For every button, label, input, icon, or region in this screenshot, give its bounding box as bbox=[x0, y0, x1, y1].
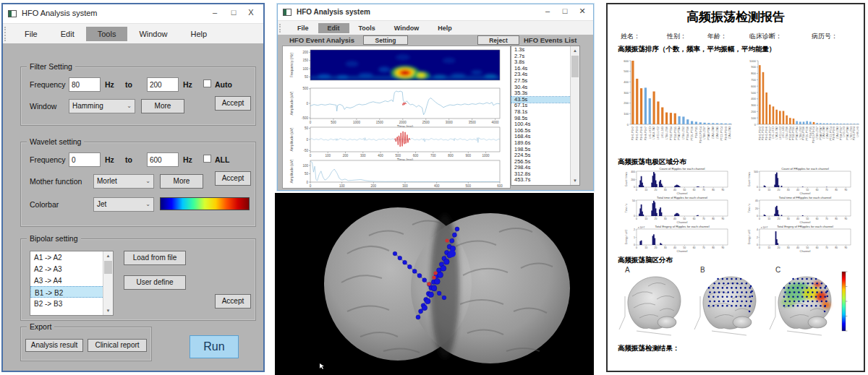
bipolar-setting-group: Bipolar setting A1 -> A2A2 -> A3A3 -> A4… bbox=[20, 238, 256, 321]
tick-label: Count of Ripples for each channel bbox=[659, 167, 705, 171]
tick-label: 70 bbox=[702, 246, 705, 249]
tick-label: 30 bbox=[664, 217, 667, 220]
bipolar-listbox[interactable]: A1 -> A2A2 -> A3A3 -> A4B1 -> B2B2 -> B3… bbox=[30, 251, 114, 316]
tick-label: PTC2-PTC4 bbox=[830, 126, 833, 141]
setting-button[interactable]: Setting bbox=[363, 35, 408, 45]
menu-item-tools[interactable]: Tools bbox=[349, 23, 385, 33]
bipolar-scrollbar[interactable]: ▲ ▼ bbox=[103, 251, 113, 315]
tick-label: PTB4-PTB6 bbox=[686, 126, 689, 140]
tick-label: P3I4-P3I5 bbox=[695, 126, 698, 138]
wavelet-accept-button[interactable]: Accept bbox=[215, 171, 251, 186]
menu-item-tools[interactable]: Tools bbox=[86, 27, 128, 41]
close-icon[interactable]: X bbox=[243, 8, 259, 17]
mother-function-select[interactable]: Morlet⌄ bbox=[93, 174, 154, 189]
menu-item-edit[interactable]: Edit bbox=[318, 23, 349, 33]
tick-label: PTB3-PTB5 bbox=[792, 126, 795, 140]
wavelet-all-checkbox[interactable] bbox=[203, 155, 211, 163]
event-analysis-label: HFO Event Analysis bbox=[289, 36, 354, 44]
tick-label: 20 bbox=[755, 207, 758, 210]
scroll-up-icon[interactable]: ▲ bbox=[571, 46, 579, 55]
maximize-icon[interactable]: □ bbox=[226, 8, 242, 17]
filter-window-select[interactable]: Hamming⌄ bbox=[69, 99, 135, 113]
analysis-result-button[interactable]: Analysis result bbox=[25, 339, 83, 352]
events-scrollbar[interactable]: ▲ ▼ bbox=[570, 46, 579, 185]
menu-item-help[interactable]: Help bbox=[428, 23, 461, 33]
tick-label: PTB3-PTB5 bbox=[674, 126, 677, 140]
filter-hz1-label: Hz bbox=[105, 80, 114, 89]
filter-freq-from-input[interactable]: 80 bbox=[69, 77, 101, 92]
filter-accept-button[interactable]: Accept bbox=[215, 96, 251, 111]
colorbar-select[interactable]: Jet⌄ bbox=[93, 197, 154, 212]
rank-bar bbox=[783, 111, 785, 124]
close-icon[interactable]: ✕ bbox=[574, 7, 590, 16]
tick-label: 1000 bbox=[482, 154, 490, 158]
chevron-down-icon: ⌄ bbox=[145, 175, 150, 188]
jet-colorbar-vertical bbox=[841, 270, 852, 337]
rank-bar bbox=[856, 124, 859, 124]
wavelet-more-button[interactable]: More bbox=[160, 174, 203, 189]
tick-label: 2 bbox=[634, 228, 635, 231]
filter-freq-to-input[interactable]: 200 bbox=[147, 77, 179, 92]
rank-bar bbox=[816, 123, 818, 124]
hist_fripple_count-svg: Count of FRipples for each channel050001… bbox=[742, 166, 859, 195]
bipolar-list-item[interactable]: B2 -> B3 bbox=[30, 298, 113, 309]
analysis-titlebar[interactable]: HFO Analysis system – □ ✕ bbox=[278, 4, 593, 21]
menu-item-window[interactable]: Window bbox=[127, 27, 179, 41]
scroll-up-icon[interactable]: ▲ bbox=[103, 251, 113, 260]
brain-3d-view[interactable] bbox=[275, 193, 594, 375]
colorbar-value: Jet bbox=[97, 200, 106, 208]
tick-label: Channel bbox=[800, 191, 811, 195]
wavelet-freq-to-input[interactable]: 600 bbox=[147, 152, 179, 167]
rank-bar bbox=[665, 113, 668, 124]
tick-label: LTA6-LTA5 bbox=[716, 126, 719, 139]
rank-bar bbox=[850, 124, 852, 124]
menu-item-file[interactable]: File bbox=[288, 23, 318, 33]
hist_fripple_energy-svg: Total Engery of FRipples for each channe… bbox=[742, 224, 859, 253]
load-from-file-button[interactable]: Load from file bbox=[124, 251, 186, 265]
rank-bar bbox=[678, 116, 680, 124]
menu-item-file[interactable]: File bbox=[13, 27, 49, 41]
tick-label: 100 bbox=[624, 112, 629, 116]
run-button[interactable]: Run bbox=[190, 335, 239, 358]
rank-bar bbox=[799, 121, 801, 124]
tick-label: 2500 bbox=[422, 121, 430, 124]
user-define-button[interactable]: User define bbox=[124, 275, 186, 290]
minimize-icon[interactable]: – bbox=[207, 8, 223, 17]
tick-label: 500 bbox=[466, 184, 472, 188]
tick-label: 40 bbox=[673, 189, 676, 191]
menu-item-help[interactable]: Help bbox=[179, 27, 219, 41]
scrollbar-thumb[interactable] bbox=[571, 56, 579, 77]
reject-button[interactable]: Reject bbox=[477, 35, 519, 45]
hfo-events-listbox[interactable]: 1.3s2.7s3.8s16.4s23.4s27.5s30.4s35.3s43.… bbox=[511, 46, 580, 186]
section-brainregion-heading: 高频振荡脑区分布 bbox=[618, 256, 673, 265]
tick-label: 20 bbox=[655, 189, 658, 191]
tick-label: 0 bbox=[759, 246, 760, 249]
rank-bar bbox=[809, 121, 812, 124]
filter-more-button[interactable]: More bbox=[141, 99, 184, 113]
scrollbar-thumb[interactable] bbox=[104, 261, 112, 274]
tick-label: Amplitude (uV) bbox=[289, 91, 294, 115]
bipolar-list-item[interactable]: B1 -> B2 bbox=[30, 286, 113, 298]
clinical-report-button[interactable]: Clinical report bbox=[88, 339, 147, 352]
bipolar-accept-button[interactable]: Accept bbox=[215, 294, 251, 309]
rank-bar bbox=[806, 121, 808, 124]
bipolar-list-item[interactable]: A2 -> A3 bbox=[30, 263, 113, 275]
tick-label: -500 bbox=[302, 116, 309, 120]
wavelet-freq-from-input[interactable]: 0 bbox=[69, 152, 101, 167]
tick-label: 400 bbox=[378, 154, 383, 158]
rank-bar bbox=[712, 123, 714, 124]
tick-label: 3500 bbox=[469, 121, 477, 124]
scroll-down-icon[interactable]: ▼ bbox=[571, 176, 579, 185]
menu-item-window[interactable]: Window bbox=[385, 23, 428, 33]
filter-to-label: to bbox=[125, 80, 132, 89]
filter-auto-checkbox[interactable] bbox=[203, 79, 211, 87]
settings-titlebar[interactable]: HFO Analysis system – □ X bbox=[3, 4, 263, 24]
menu-item-edit[interactable]: Edit bbox=[49, 27, 86, 41]
tick-label: P3H5-P3H6 bbox=[765, 126, 768, 140]
event-list-item[interactable]: 453.7s bbox=[511, 177, 571, 184]
minimize-icon[interactable]: – bbox=[540, 7, 556, 15]
bipolar-list-item[interactable]: A1 -> A2 bbox=[30, 251, 113, 263]
maximize-icon[interactable]: □ bbox=[557, 7, 573, 15]
bipolar-list-item[interactable]: A3 -> A4 bbox=[30, 275, 113, 286]
scroll-down-icon[interactable]: ▼ bbox=[103, 306, 113, 315]
